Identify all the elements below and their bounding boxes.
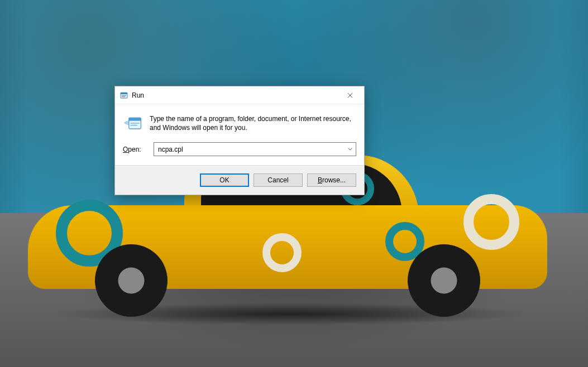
open-combobox[interactable]: [154, 142, 356, 156]
svg-rect-6: [131, 123, 140, 123]
close-button[interactable]: [337, 87, 363, 104]
ok-button[interactable]: OK: [200, 173, 249, 187]
dialog-title: Run: [132, 91, 337, 99]
run-large-icon: [123, 114, 143, 132]
svg-rect-5: [129, 118, 141, 120]
close-icon: [347, 93, 353, 98]
dialog-footer: OK Cancel Browse...: [115, 165, 364, 195]
chevron-down-icon: [348, 148, 352, 151]
dropdown-arrow[interactable]: [345, 143, 356, 156]
dialog-description: Type the name of a program, folder, docu…: [150, 114, 356, 132]
run-icon: [119, 91, 128, 100]
svg-rect-3: [122, 96, 125, 97]
svg-rect-2: [122, 95, 126, 96]
run-dialog: Run Type the name of a program, folder, …: [114, 86, 365, 195]
svg-rect-7: [131, 125, 138, 125]
cancel-button[interactable]: Cancel: [254, 173, 303, 187]
dialog-body: Type the name of a program, folder, docu…: [115, 104, 364, 165]
browse-button[interactable]: Browse...: [307, 173, 356, 187]
open-input[interactable]: [154, 142, 356, 156]
titlebar[interactable]: Run: [115, 86, 364, 104]
svg-rect-1: [121, 93, 127, 94]
open-label: Open:: [123, 146, 148, 153]
